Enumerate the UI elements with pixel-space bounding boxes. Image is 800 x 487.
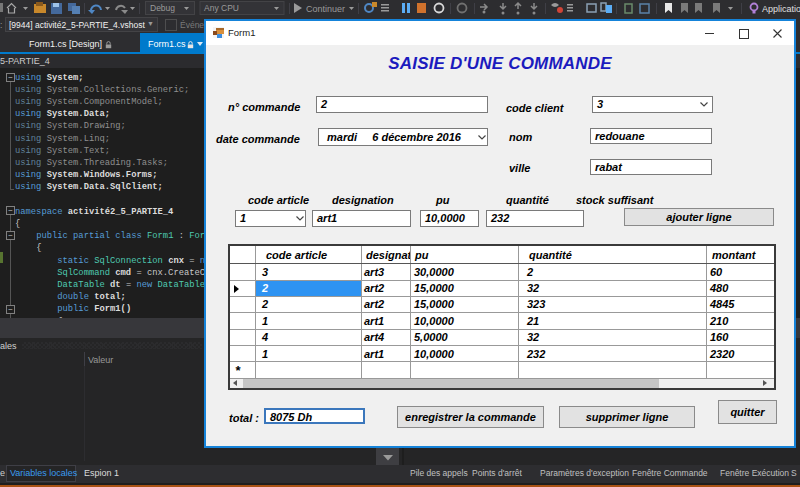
svg-text:Any CPU: Any CPU xyxy=(204,3,239,13)
svg-text:Debug: Debug xyxy=(150,3,175,13)
svg-text:Continuer: Continuer xyxy=(306,4,345,14)
svg-text:Applicatio: Applicatio xyxy=(762,4,800,14)
